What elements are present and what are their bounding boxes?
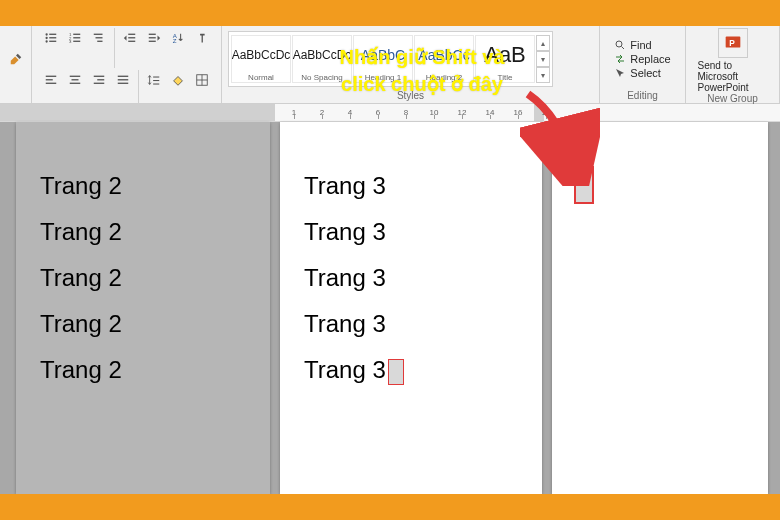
svg-rect-30 — [97, 79, 104, 80]
multilevel-list-button[interactable] — [88, 28, 110, 48]
select-button[interactable]: Select — [614, 67, 670, 79]
ribbon-group-label — [14, 90, 17, 103]
ribbon-group-paragraph: 123 AZ — [32, 26, 222, 103]
svg-rect-35 — [153, 77, 159, 78]
annotation-line-2: click chuột ở đây — [341, 73, 503, 95]
ribbon-group-editing: Find Replace Select Editing — [600, 26, 686, 103]
text-line[interactable]: Trang 3 — [304, 218, 518, 246]
replace-button[interactable]: Replace — [614, 53, 670, 65]
text: Trang 3 — [304, 218, 386, 245]
svg-point-0 — [45, 33, 47, 35]
svg-rect-32 — [118, 76, 129, 77]
svg-rect-17 — [128, 41, 135, 42]
svg-rect-23 — [46, 76, 57, 77]
horizontal-ruler[interactable]: 1 2 4 6 8 10 12 14 16 18 — [0, 104, 780, 122]
text-line[interactable]: Trang 2 — [40, 172, 246, 200]
annotation-line-1: Nhấn giữ Shift và — [340, 46, 505, 68]
svg-rect-33 — [118, 79, 129, 80]
text-line[interactable]: Trang 3 — [304, 172, 518, 200]
ruler-tick: 10 — [420, 108, 448, 117]
numbering-button[interactable]: 123 — [64, 28, 86, 48]
ruler-tick: 8 — [392, 108, 420, 117]
svg-rect-34 — [118, 83, 129, 84]
svg-rect-29 — [94, 76, 105, 77]
svg-rect-36 — [153, 80, 159, 81]
ruler-tick: 1 — [280, 108, 308, 117]
svg-rect-15 — [128, 34, 135, 35]
ruler-tick: 14 — [476, 108, 504, 117]
text-line[interactable]: Trang 3 — [304, 356, 518, 385]
svg-rect-24 — [46, 79, 53, 80]
svg-rect-7 — [73, 34, 80, 35]
svg-rect-1 — [49, 34, 56, 35]
svg-rect-3 — [49, 37, 56, 38]
svg-rect-5 — [49, 41, 56, 42]
send-to-powerpoint-label: Send to Microsoft PowerPoint — [698, 60, 768, 93]
editing-group-label: Editing — [627, 90, 658, 103]
svg-point-2 — [45, 37, 47, 39]
text-line[interactable]: Trang 2 — [40, 218, 246, 246]
svg-rect-14 — [97, 41, 102, 42]
svg-rect-18 — [149, 34, 156, 35]
svg-rect-9 — [73, 37, 80, 38]
text: Trang 3 — [304, 310, 386, 337]
svg-text:Z: Z — [173, 37, 177, 44]
document-area[interactable]: Trang 2 Trang 2 Trang 2 Trang 2 Trang 2 … — [0, 122, 780, 494]
align-center-button[interactable] — [64, 70, 86, 90]
align-right-button[interactable] — [88, 70, 110, 90]
svg-line-42 — [622, 47, 625, 50]
page-2[interactable]: Trang 2 Trang 2 Trang 2 Trang 2 Trang 2 — [16, 122, 270, 494]
text: Trang 3 — [304, 172, 386, 199]
ruler-tick: 6 — [364, 108, 392, 117]
borders-button[interactable] — [191, 70, 213, 90]
separator — [114, 28, 115, 68]
align-left-button[interactable] — [40, 70, 62, 90]
ribbon-group-new: P Send to Microsoft PowerPoint New Group — [686, 26, 780, 103]
replace-label: Replace — [630, 53, 670, 65]
ruler-tick: 4 — [336, 108, 364, 117]
svg-point-4 — [45, 40, 47, 42]
justify-button[interactable] — [112, 70, 134, 90]
text: Trang 3 — [304, 356, 386, 383]
ruler-tick: 12 — [448, 108, 476, 117]
selection-start-marker — [388, 359, 404, 385]
svg-rect-13 — [96, 37, 103, 38]
sort-button[interactable]: AZ — [167, 28, 189, 48]
bullets-button[interactable] — [40, 28, 62, 48]
svg-point-41 — [616, 41, 622, 47]
text-line[interactable]: Trang 3 — [304, 264, 518, 292]
ruler-margin-left — [0, 104, 275, 121]
find-button[interactable]: Find — [614, 39, 670, 51]
find-label: Find — [630, 39, 651, 51]
text-line[interactable]: Trang 2 — [40, 264, 246, 292]
annotation-arrow-icon — [520, 86, 600, 186]
svg-rect-20 — [149, 41, 156, 42]
text: Trang 3 — [304, 264, 386, 291]
svg-rect-27 — [72, 79, 79, 80]
text-line[interactable]: Trang 2 — [40, 310, 246, 338]
painter-button[interactable] — [5, 49, 27, 69]
powerpoint-icon: P — [718, 28, 748, 58]
increase-indent-button[interactable] — [143, 28, 165, 48]
text-line[interactable]: Trang 2 — [40, 356, 246, 384]
page-3[interactable]: Trang 3 Trang 3 Trang 3 Trang 3 Trang 3 — [280, 122, 542, 494]
ruler-tick: 2 — [308, 108, 336, 117]
decrease-indent-button[interactable] — [119, 28, 141, 48]
svg-rect-28 — [70, 83, 81, 84]
svg-rect-11 — [73, 41, 80, 42]
find-icon — [614, 39, 626, 51]
svg-rect-26 — [70, 76, 81, 77]
line-spacing-button[interactable] — [143, 70, 165, 90]
ribbon-group-partial — [0, 26, 32, 103]
select-icon — [614, 67, 626, 79]
svg-text:3: 3 — [69, 39, 72, 44]
text-line[interactable]: Trang 3 — [304, 310, 518, 338]
shading-button[interactable] — [167, 70, 189, 90]
annotation-text: Nhấn giữ Shift và click chuột ở đây — [292, 44, 552, 98]
svg-rect-31 — [94, 83, 105, 84]
style-normal[interactable]: AaBbCcDc Normal — [231, 35, 291, 83]
svg-text:P: P — [729, 39, 735, 48]
svg-rect-16 — [128, 37, 135, 38]
show-marks-button[interactable] — [191, 28, 213, 48]
send-to-powerpoint-button[interactable]: P Send to Microsoft PowerPoint — [698, 28, 768, 93]
